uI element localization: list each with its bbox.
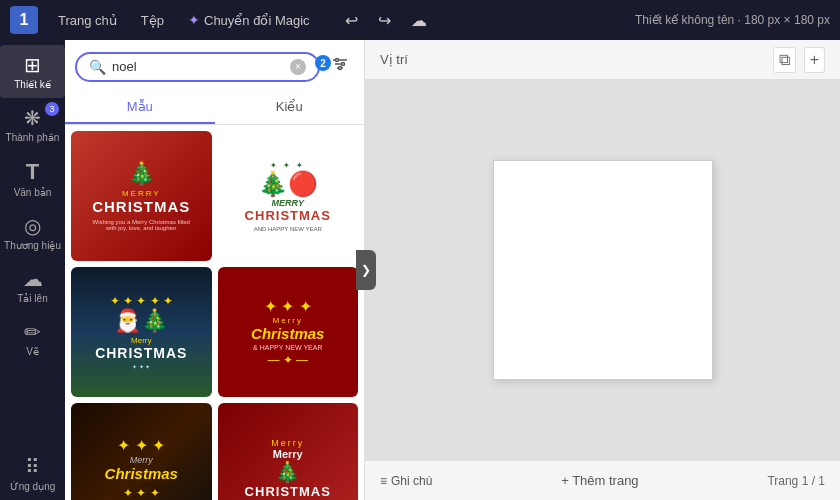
sidebar-item-thanh-phan[interactable]: ❋ Thành phần 3 — [0, 98, 65, 151]
template-item-6[interactable]: Merry Merry 🎄 CHRISTMAS — [218, 403, 359, 500]
canvas-page — [493, 160, 713, 380]
sidebar: ⊞ Thiết kế ❋ Thành phần 3 T Văn bản ◎ Th… — [0, 40, 65, 500]
nav-file[interactable]: Tệp — [131, 9, 174, 32]
badge-2: 2 — [315, 55, 331, 71]
template-grid: 🎄 MERRY CHRISTMAS Wishing you a Merry Ch… — [65, 125, 364, 500]
main-layout: ⊞ Thiết kế ❋ Thành phần 3 T Văn bản ◎ Th… — [0, 40, 840, 500]
notes-button[interactable]: ≡ Ghi chú — [380, 474, 432, 488]
canvas-toolbar-right: ⧉ + — [773, 47, 825, 73]
badge-3: 3 — [45, 102, 59, 116]
search-icon: 🔍 — [89, 59, 106, 75]
cloud-save-button[interactable]: ☁ — [406, 9, 432, 32]
app-logo: 1 — [10, 6, 38, 34]
sidebar-label-thuong-hieu: Thương hiệu — [4, 240, 61, 251]
template-item-5[interactable]: ✦ ✦ ✦ Merry Christmas ✦ ✦ ✦ — [71, 403, 212, 500]
template-item-2[interactable]: ✦ ✦ ✦ 🎄🔴 MERRY CHRISTMAS AND HAPPY NEW Y… — [218, 131, 359, 261]
ve-icon: ✏ — [24, 320, 41, 344]
sidebar-label-tai-len: Tải lên — [17, 293, 47, 304]
sidebar-item-van-ban[interactable]: T Văn bản — [0, 151, 65, 206]
sidebar-item-ung-dung[interactable]: ⠿ Ứng dụng — [0, 447, 65, 500]
tab-kieu[interactable]: Kiểu — [215, 91, 365, 124]
clear-icon: × — [295, 61, 301, 72]
design-panel: 🔍 × 2 Mẫu Kiểu — [65, 40, 365, 500]
svg-point-4 — [342, 63, 345, 66]
topbar-nav: Trang chủ Tệp ✦ Chuyển đổi Magic — [48, 8, 320, 32]
canvas-add-button[interactable]: + — [804, 47, 825, 73]
thanh-phan-icon: ❋ — [24, 106, 41, 130]
sidebar-label-thiet-ke: Thiết kế — [14, 79, 50, 90]
nav-home[interactable]: Trang chủ — [48, 9, 127, 32]
sidebar-item-ve[interactable]: ✏ Vẽ — [0, 312, 65, 365]
canvas-toolbar: Vị trí ⧉ + — [365, 40, 840, 80]
page-indicator: Trang 1 / 1 — [767, 474, 825, 488]
thiet-ke-icon: ⊞ — [24, 53, 41, 77]
canvas-area: Vị trí ⧉ + ≡ Ghi chú + Thêm trang Trang … — [365, 40, 840, 500]
topbar: 1 Trang chủ Tệp ✦ Chuyển đổi Magic ↩ ↪ ☁… — [0, 0, 840, 40]
template-item-4[interactable]: ✦ ✦ ✦ Merry Christmas & HAPPY NEW YEAR —… — [218, 267, 359, 397]
canvas-position-label: Vị trí — [380, 52, 408, 67]
search-clear-button[interactable]: × — [290, 59, 306, 75]
sidebar-item-tai-len[interactable]: ☁ Tải lên — [0, 259, 65, 312]
canvas-copy-button[interactable]: ⧉ — [773, 47, 796, 73]
nav-magic[interactable]: ✦ Chuyển đổi Magic — [178, 8, 320, 32]
sidebar-label-ve: Vẽ — [26, 346, 39, 357]
undo-button[interactable]: ↩ — [340, 9, 363, 32]
notes-icon: ≡ — [380, 474, 387, 488]
template-item-3[interactable]: ✦ ✦ ✦ ✦ ✦ 🎅🎄 Merry CHRISTMAS ✦ ✦ ✦ — [71, 267, 212, 397]
sidebar-label-van-ban: Văn bản — [14, 187, 52, 198]
ung-dung-icon: ⠿ — [25, 455, 40, 479]
panel-tabs: Mẫu Kiểu — [65, 91, 364, 125]
tab-mau[interactable]: Mẫu — [65, 91, 215, 124]
search-input[interactable] — [112, 59, 284, 74]
topbar-actions: ↩ ↪ ☁ — [340, 9, 432, 32]
canvas-main — [365, 80, 840, 460]
design-title: Thiết kế không tên · 180 px × 180 px — [635, 13, 830, 27]
svg-point-5 — [339, 67, 342, 70]
add-page-button[interactable]: + Thêm trang — [561, 473, 638, 488]
template-item-1[interactable]: 🎄 MERRY CHRISTMAS Wishing you a Merry Ch… — [71, 131, 212, 261]
sidebar-label-ung-dung: Ứng dụng — [10, 481, 56, 492]
svg-point-3 — [336, 59, 339, 62]
notes-label: Ghi chú — [391, 474, 432, 488]
sidebar-item-thiet-ke[interactable]: ⊞ Thiết kế — [0, 45, 65, 98]
sidebar-item-thuong-hieu[interactable]: ◎ Thương hiệu — [0, 206, 65, 259]
van-ban-icon: T — [26, 159, 39, 185]
sidebar-label-thanh-phan: Thành phần — [6, 132, 60, 143]
canvas-bottom: ≡ Ghi chú + Thêm trang Trang 1 / 1 — [365, 460, 840, 500]
magic-icon: ✦ — [188, 12, 200, 28]
search-input-wrap: 🔍 × — [75, 52, 320, 82]
filter-icon — [330, 54, 350, 74]
panel-collapse-button[interactable]: ❯ — [356, 250, 376, 290]
nav-magic-label: Chuyển đổi Magic — [204, 13, 310, 28]
tai-len-icon: ☁ — [23, 267, 43, 291]
redo-button[interactable]: ↪ — [373, 9, 396, 32]
thuong-hieu-icon: ◎ — [24, 214, 41, 238]
